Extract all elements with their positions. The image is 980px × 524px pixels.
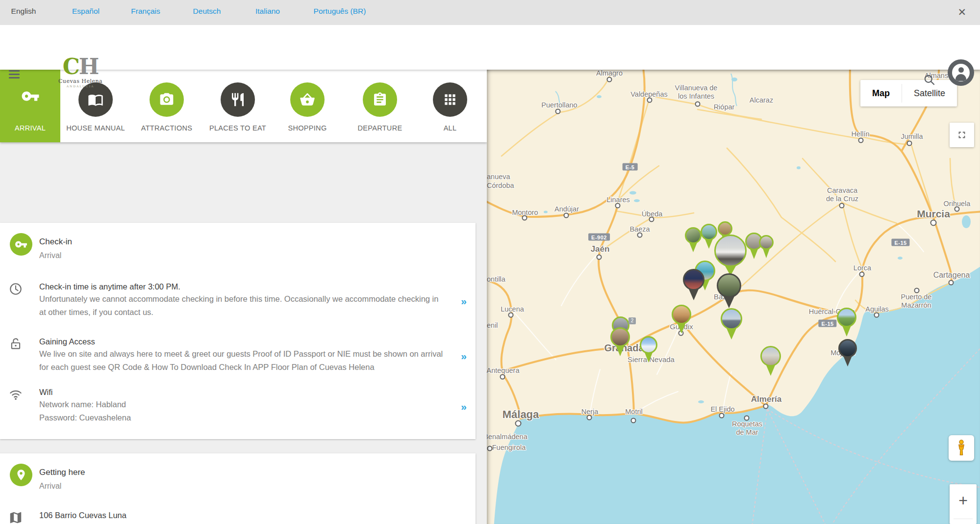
- basket-icon: [300, 92, 315, 107]
- map-type-control: Map Satellite: [860, 80, 957, 106]
- chevron-right-icon[interactable]: »: [461, 401, 467, 413]
- content-panel: ARRIVALHOUSE MANUALATTRACTIONSPLACES TO …: [0, 70, 487, 524]
- list-item[interactable]: WifiNetwork name: Habland Password: Cuev…: [0, 386, 476, 424]
- guest-guide-app: ✕ EnglishEspañolFrançaisDeutschItalianoP…: [0, 0, 980, 524]
- marker-photo: [721, 308, 742, 330]
- item-title: Gaining Access: [39, 336, 476, 347]
- language-option-portugusbr[interactable]: Português (BR): [314, 7, 366, 16]
- logo-name: Cuevas Helena: [51, 78, 110, 84]
- map-view-button[interactable]: Map: [860, 80, 902, 106]
- item-title: Wifi: [39, 386, 476, 398]
- cluster-count-badge: 2: [628, 317, 636, 324]
- restaurant-icon: [230, 92, 246, 107]
- card-subtitle: Arrival: [39, 251, 61, 260]
- camera-icon: [159, 92, 175, 107]
- marker-photo: [640, 336, 657, 354]
- item-title: Check-in time is anytime after 3:00 PM.: [39, 281, 476, 292]
- logo-tagline: ANDALUCIA: [51, 84, 110, 88]
- photo-marker-cave[interactable]: [683, 269, 704, 306]
- account-icon[interactable]: [948, 59, 974, 86]
- photo-marker-vista[interactable]: [721, 308, 742, 345]
- hamburger-menu-icon[interactable]: [9, 70, 20, 79]
- marker-photo: [718, 221, 732, 236]
- tab-places-to-eat-circle: [221, 82, 255, 117]
- photo-marker-cliffs[interactable]: [685, 227, 702, 257]
- zoom-control: +: [950, 484, 977, 524]
- book-icon: [88, 92, 103, 107]
- photo-marker-street[interactable]: [759, 235, 774, 262]
- clock-icon: [8, 282, 23, 296]
- pegman-streetview-button[interactable]: [949, 435, 974, 461]
- tab-all-label: ALL: [408, 124, 487, 132]
- marker-photo: [683, 269, 704, 290]
- marker-photo: [714, 235, 747, 267]
- place-icon: [15, 469, 27, 481]
- list-item[interactable]: Gaining AccessWe live on site and always…: [0, 336, 476, 374]
- card-check-in: Check-inArrivalCheck-in time is anytime …: [0, 223, 476, 439]
- key-icon: [21, 87, 40, 105]
- tab-all-circle: [433, 82, 467, 117]
- item-body: Network name: Habland Password: Cuevashe…: [39, 398, 446, 424]
- photo-marker-cathedral[interactable]: [672, 305, 691, 339]
- card-subtitle: Arrival: [39, 482, 61, 491]
- tab-attractions-circle: [150, 82, 184, 117]
- map-icon: [8, 510, 23, 524]
- photo-marker-whitetown[interactable]: [760, 346, 781, 382]
- list-item[interactable]: Check-in time is anytime after 3:00 PM.U…: [0, 281, 476, 319]
- tab-shopping-label: SHOPPING: [266, 124, 349, 132]
- tab-all[interactable]: ALL: [408, 70, 487, 142]
- app-header: CH Cuevas Helena ANDALUCIA: [0, 25, 980, 70]
- fullscreen-button[interactable]: [950, 123, 974, 147]
- chevron-right-icon[interactable]: »: [461, 295, 467, 307]
- card-title: Getting here: [39, 468, 85, 477]
- photo-marker-coast[interactable]: [838, 339, 857, 372]
- card-getting-here: Getting hereArrival106 Barrio Cuevas Lun…: [0, 453, 476, 524]
- marker-photo: [672, 305, 691, 324]
- marker-photo: [685, 227, 702, 244]
- pegman-icon: [954, 439, 969, 457]
- item-body: Unfortunately we cannot accommodate chec…: [39, 292, 446, 319]
- chevron-right-icon[interactable]: »: [461, 350, 467, 362]
- photo-marker-snow[interactable]: [640, 336, 657, 367]
- zoom-in-button[interactable]: +: [950, 484, 977, 519]
- language-option-english[interactable]: English: [11, 7, 36, 16]
- tab-shopping[interactable]: SHOPPING: [266, 70, 349, 142]
- marker-photo: [717, 273, 741, 298]
- wifi-icon: [8, 387, 23, 402]
- item-body: We live on site and always here to meet …: [39, 347, 446, 374]
- photo-marker-field[interactable]: [837, 308, 856, 342]
- language-option-italiano[interactable]: Italiano: [255, 7, 280, 16]
- brand-logo[interactable]: CH Cuevas Helena ANDALUCIA: [51, 56, 110, 88]
- language-option-franais[interactable]: Français: [131, 7, 160, 16]
- tab-departure-circle: [363, 82, 397, 117]
- map-canvas[interactable]: AlmagroValdepeñasVillanueva de los Infan…: [487, 70, 980, 524]
- language-option-espaol[interactable]: Español: [72, 7, 100, 16]
- card-title: Check-in: [39, 237, 72, 247]
- card-category-icon: [10, 233, 32, 256]
- marker-photo: [760, 346, 781, 367]
- grid-icon: [442, 92, 458, 107]
- list-item[interactable]: 106 Barrio Cuevas LunaCuevas de Luna , A…: [0, 509, 476, 524]
- marker-photo: [837, 308, 856, 327]
- map-markers-layer: 2: [487, 70, 980, 524]
- card-category-icon: [10, 464, 32, 486]
- tab-shopping-circle: [290, 82, 325, 117]
- search-icon[interactable]: [923, 73, 936, 86]
- language-bar: ✕ EnglishEspañolFrançaisDeutschItalianoP…: [0, 0, 980, 25]
- clipboard-icon: [372, 92, 388, 107]
- marker-photo: [759, 235, 774, 250]
- logo-monogram: CH: [51, 56, 110, 78]
- marker-photo: [610, 327, 630, 347]
- key-icon: [15, 238, 27, 251]
- lock-icon: [8, 337, 23, 351]
- marker-photo: [838, 339, 857, 358]
- fullscreen-icon: [956, 130, 967, 140]
- item-body: Cuevas de Luna , AL 18817, ES: [39, 521, 446, 524]
- close-icon[interactable]: ✕: [957, 6, 966, 19]
- photo-marker-crowd[interactable]: [610, 327, 630, 362]
- item-title: 106 Barrio Cuevas Luna: [39, 509, 476, 521]
- tab-arrival-label: ARRIVAL: [0, 124, 60, 132]
- language-option-deutsch[interactable]: Deutsch: [193, 7, 221, 16]
